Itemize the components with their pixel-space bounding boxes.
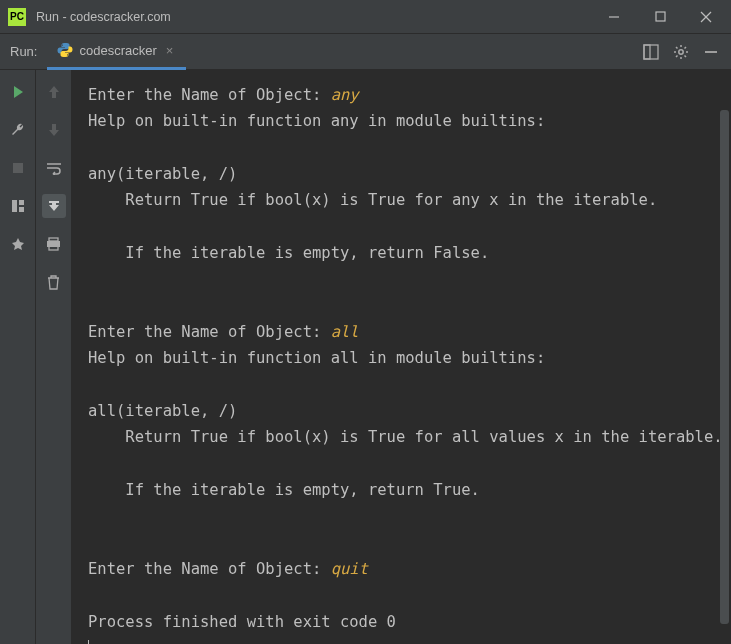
minimize-button[interactable] [591, 0, 637, 34]
stop-icon [12, 162, 24, 174]
stop-button[interactable] [6, 156, 30, 180]
rerun-button[interactable] [6, 80, 30, 104]
run-gutter-secondary [36, 70, 72, 644]
window-controls [591, 0, 729, 34]
soft-wrap-icon [46, 161, 62, 175]
close-icon [700, 11, 712, 23]
minimize-icon [608, 11, 620, 23]
arrow-up-icon [48, 85, 60, 99]
layout-button[interactable] [6, 194, 30, 218]
up-button[interactable] [42, 80, 66, 104]
run-tab[interactable]: codescracker × [47, 34, 186, 70]
gear-icon[interactable] [673, 44, 689, 60]
svg-rect-9 [12, 200, 17, 212]
close-button[interactable] [683, 0, 729, 34]
app-icon: PC [8, 8, 26, 26]
maximize-icon [655, 11, 666, 22]
layout-icon [11, 199, 25, 213]
play-icon [11, 85, 25, 99]
python-icon [57, 42, 73, 58]
vertical-scrollbar[interactable] [720, 110, 729, 624]
wrench-icon [10, 122, 26, 138]
console-text: Enter the Name of Object: any Help on bu… [88, 82, 731, 644]
print-icon [46, 237, 61, 251]
debug-button[interactable] [6, 118, 30, 142]
cursor [88, 640, 89, 644]
svg-rect-12 [49, 238, 58, 241]
console-output[interactable]: Enter the Name of Object: any Help on bu… [72, 70, 731, 644]
scroll-end-icon [47, 199, 61, 213]
scroll-to-end-button[interactable] [42, 194, 66, 218]
window-title: Run - codescracker.com [36, 10, 591, 24]
run-toolbar: Run: codescracker × [0, 34, 731, 70]
svg-rect-10 [19, 200, 24, 205]
maximize-button[interactable] [637, 0, 683, 34]
titlebar: PC Run - codescracker.com [0, 0, 731, 34]
svg-rect-8 [13, 163, 23, 173]
run-gutter-primary [0, 70, 36, 644]
svg-rect-1 [656, 12, 665, 21]
svg-rect-4 [644, 45, 658, 59]
pin-button[interactable] [6, 232, 30, 256]
svg-point-6 [679, 49, 683, 53]
tab-label: codescracker [79, 43, 156, 58]
soft-wrap-button[interactable] [42, 156, 66, 180]
hide-icon[interactable] [703, 44, 719, 60]
clear-button[interactable] [42, 270, 66, 294]
down-button[interactable] [42, 118, 66, 142]
svg-rect-11 [19, 207, 24, 212]
print-button[interactable] [42, 232, 66, 256]
pin-icon [11, 237, 25, 251]
arrow-down-icon [48, 123, 60, 137]
expand-icon[interactable] [643, 44, 659, 60]
svg-rect-5 [644, 45, 650, 59]
main-area: Enter the Name of Object: any Help on bu… [0, 70, 731, 644]
tab-close-button[interactable]: × [163, 43, 177, 58]
trash-icon [47, 275, 60, 290]
run-label: Run: [0, 44, 47, 59]
